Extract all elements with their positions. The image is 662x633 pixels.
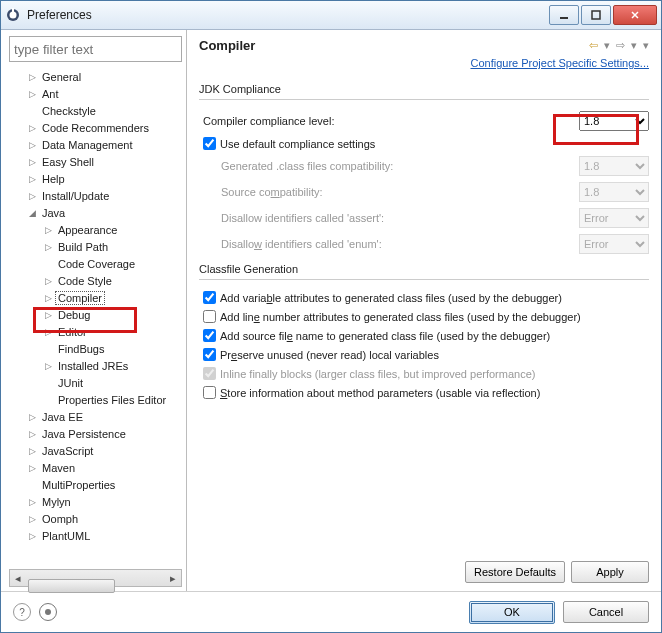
tree-item-build-path[interactable]: ▷Build Path [9, 238, 182, 255]
tree-item-code-coverage[interactable]: Code Coverage [9, 255, 182, 272]
scroll-thumb[interactable] [28, 579, 115, 593]
tree-item-label: MultiProperties [39, 478, 118, 492]
tree-expand-icon[interactable]: ▷ [27, 514, 37, 524]
tree-expand-icon[interactable]: ▷ [43, 327, 53, 337]
import-export-icon[interactable] [39, 603, 57, 621]
tree-expand-icon[interactable]: ▷ [27, 157, 37, 167]
tree-item-java-ee[interactable]: ▷Java EE [9, 408, 182, 425]
tree-expand-icon[interactable]: ▷ [27, 463, 37, 473]
ok-button[interactable]: OK [469, 601, 555, 624]
tree-expand-icon[interactable]: ▷ [27, 446, 37, 456]
tree-item-editor[interactable]: ▷Editor [9, 323, 182, 340]
tree-item-label: Checkstyle [39, 104, 99, 118]
nav-back-icon[interactable]: ⇦ [589, 39, 598, 52]
tree-expand-icon[interactable]: ▷ [27, 72, 37, 82]
tree-expand-icon[interactable]: ▷ [43, 310, 53, 320]
nav-back-menu-icon[interactable]: ▾ [604, 39, 610, 52]
tree-item-label: Easy Shell [39, 155, 97, 169]
line-num-checkbox[interactable] [203, 310, 216, 323]
tree-item-appearance[interactable]: ▷Appearance [9, 221, 182, 238]
tree-expand-icon[interactable]: ▷ [43, 276, 53, 286]
src-file-checkbox[interactable] [203, 329, 216, 342]
jdk-group-label: JDK Compliance [199, 83, 649, 95]
tree-expand-icon[interactable]: ▷ [27, 531, 37, 541]
tree-expand-icon[interactable]: ▷ [27, 412, 37, 422]
help-icon[interactable]: ? [13, 603, 31, 621]
tree-item-data-management[interactable]: ▷Data Management [9, 136, 182, 153]
tree-item-java[interactable]: ◢Java [9, 204, 182, 221]
var-attr-checkbox[interactable] [203, 291, 216, 304]
cancel-button[interactable]: Cancel [563, 601, 649, 623]
tree-item-java-persistence[interactable]: ▷Java Persistence [9, 425, 182, 442]
tree-item-label: Install/Update [39, 189, 112, 203]
tree-expand-icon[interactable]: ▷ [27, 497, 37, 507]
filter-input[interactable] [9, 36, 182, 62]
tree-item-mylyn[interactable]: ▷Mylyn [9, 493, 182, 510]
tree-item-installed-jres[interactable]: ▷Installed JREs [9, 357, 182, 374]
preference-tree[interactable]: ▷General▷AntCheckstyle▷Code Recommenders… [9, 68, 182, 567]
tree-item-label: Oomph [39, 512, 81, 526]
tree-item-label: Maven [39, 461, 78, 475]
scroll-left-icon[interactable]: ◂ [10, 571, 26, 585]
horizontal-scrollbar[interactable]: ◂ ▸ [9, 569, 182, 587]
close-button[interactable] [613, 5, 657, 25]
tree-item-label: FindBugs [55, 342, 107, 356]
compliance-level-select[interactable]: 1.8 [579, 111, 649, 131]
tree-expand-icon[interactable]: ▷ [43, 361, 53, 371]
tree-item-checkstyle[interactable]: Checkstyle [9, 102, 182, 119]
tree-expand-icon[interactable]: ◢ [27, 208, 37, 218]
var-attr-label: Add variable attributes to generated cla… [220, 292, 562, 304]
tree-item-ant[interactable]: ▷Ant [9, 85, 182, 102]
compliance-level-label: Compiler compliance level: [203, 115, 579, 127]
tree-item-label: Debug [55, 308, 93, 322]
tree-item-javascript[interactable]: ▷JavaScript [9, 442, 182, 459]
configure-project-link[interactable]: Configure Project Specific Settings... [199, 57, 649, 69]
tree-item-properties-files-editor[interactable]: Properties Files Editor [9, 391, 182, 408]
apply-button[interactable]: Apply [571, 561, 649, 583]
restore-defaults-button[interactable]: Restore Defaults [465, 561, 565, 583]
tree-expand-icon[interactable]: ▷ [27, 140, 37, 150]
tree-item-code-recommenders[interactable]: ▷Code Recommenders [9, 119, 182, 136]
scroll-right-icon[interactable]: ▸ [165, 571, 181, 585]
tree-item-junit[interactable]: JUnit [9, 374, 182, 391]
tree-item-multiproperties[interactable]: MultiProperties [9, 476, 182, 493]
main-panel: Compiler ⇦ ▾ ⇨ ▾ ▾ Configure Project Spe… [187, 30, 661, 591]
view-menu-icon[interactable]: ▾ [643, 39, 649, 52]
tree-item-easy-shell[interactable]: ▷Easy Shell [9, 153, 182, 170]
tree-expand-icon[interactable]: ▷ [43, 293, 53, 303]
tree-item-label: Editor [55, 325, 90, 339]
tree-item-debug[interactable]: ▷Debug [9, 306, 182, 323]
nav-forward-menu-icon[interactable]: ▾ [631, 39, 637, 52]
tree-item-label: JUnit [55, 376, 86, 390]
tree-item-help[interactable]: ▷Help [9, 170, 182, 187]
app-icon [5, 7, 21, 23]
preserve-checkbox[interactable] [203, 348, 216, 361]
tree-item-oomph[interactable]: ▷Oomph [9, 510, 182, 527]
minimize-button[interactable] [549, 5, 579, 25]
tree-item-maven[interactable]: ▷Maven [9, 459, 182, 476]
tree-expand-icon[interactable]: ▷ [27, 123, 37, 133]
tree-item-install-update[interactable]: ▷Install/Update [9, 187, 182, 204]
src-compat-label: Source compatibility: [203, 186, 579, 198]
assert-select: Error [579, 208, 649, 228]
tree-item-compiler[interactable]: ▷Compiler [9, 289, 182, 306]
maximize-button[interactable] [581, 5, 611, 25]
tree-item-code-style[interactable]: ▷Code Style [9, 272, 182, 289]
tree-item-label: Compiler [55, 291, 105, 305]
tree-expand-icon[interactable]: ▷ [43, 225, 53, 235]
tree-expand-icon[interactable]: ▷ [27, 429, 37, 439]
tree-item-label: PlantUML [39, 529, 93, 543]
tree-item-label: Ant [39, 87, 62, 101]
tree-expand-icon[interactable]: ▷ [27, 174, 37, 184]
line-num-label: Add line number attributes to generated … [220, 311, 581, 323]
tree-item-plantuml[interactable]: ▷PlantUML [9, 527, 182, 544]
use-default-checkbox[interactable] [203, 137, 216, 150]
tree-expand-icon[interactable]: ▷ [43, 242, 53, 252]
tree-item-findbugs[interactable]: FindBugs [9, 340, 182, 357]
tree-item-label: Code Coverage [55, 257, 138, 271]
tree-item-general[interactable]: ▷General [9, 68, 182, 85]
tree-expand-icon[interactable]: ▷ [27, 191, 37, 201]
svg-rect-3 [560, 17, 568, 19]
tree-expand-icon[interactable]: ▷ [27, 89, 37, 99]
store-checkbox[interactable] [203, 386, 216, 399]
